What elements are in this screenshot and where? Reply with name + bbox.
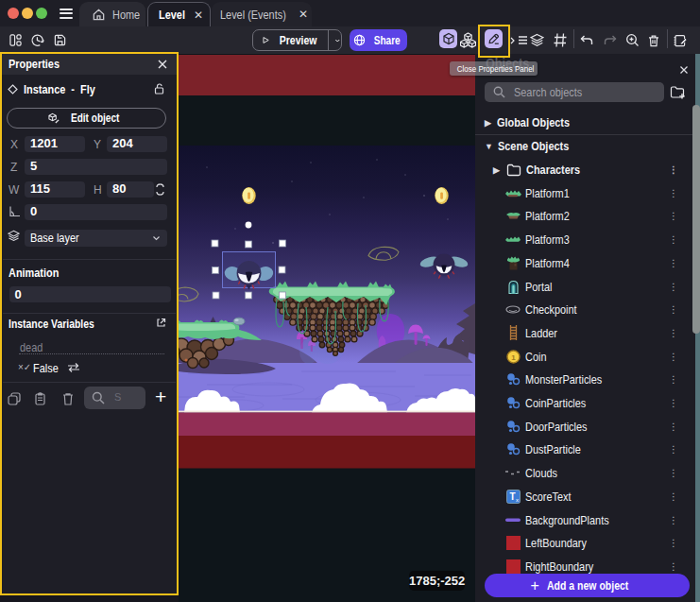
svg-text:1: 1: [511, 353, 516, 361]
svg-text:x: x: [516, 496, 519, 502]
svg-text:T: T: [509, 491, 515, 502]
